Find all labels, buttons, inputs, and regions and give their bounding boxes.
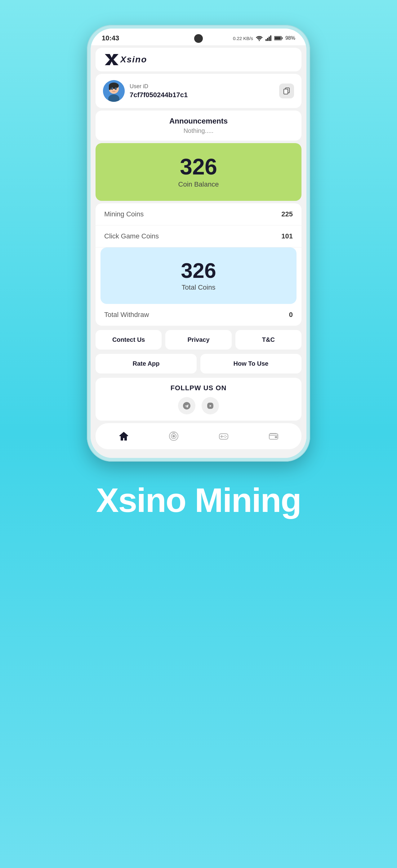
svg-rect-19 [284, 89, 288, 94]
status-bar: 10:43 0.22 KB/s [91, 29, 306, 45]
telegram-icon [183, 401, 191, 410]
status-right: 0.22 KB/s [233, 35, 295, 41]
coin-balance-label: Coin Balance [103, 180, 294, 188]
total-coins-amount: 326 [108, 260, 289, 281]
app-header: Xsino [96, 48, 301, 71]
svg-point-26 [225, 435, 226, 436]
brand-name: Xsino Mining [96, 480, 301, 520]
svg-point-22 [172, 435, 175, 437]
svg-point-27 [226, 436, 227, 437]
game-icon [218, 431, 229, 442]
tnc-button[interactable]: T&C [235, 330, 301, 349]
svg-rect-13 [109, 86, 111, 90]
click-game-coins-row: Click Game Coins 101 [96, 225, 301, 247]
mining-coins-label: Mining Coins [104, 210, 143, 218]
signal-icon [265, 35, 272, 41]
user-info: User iD 7cf7f050244b17c1 [130, 83, 188, 99]
user-card: User iD 7cf7f050244b17c1 [96, 74, 301, 108]
battery-percent: 98% [285, 35, 295, 41]
contact-us-button[interactable]: Contect Us [96, 330, 162, 349]
battery-icon [274, 36, 283, 41]
buttons-row-2: Rate App How To Use [96, 354, 301, 373]
svg-point-29 [223, 436, 224, 437]
nav-mining[interactable] [161, 428, 187, 444]
total-withdraw-value: 0 [289, 311, 293, 319]
copy-icon [283, 87, 290, 95]
follow-section: FOLLPW US ON [96, 378, 301, 421]
mining-coins-row: Mining Coins 225 [96, 203, 301, 225]
total-coins-label: Total Coins [108, 283, 289, 291]
click-game-label: Click Game Coins [104, 232, 159, 240]
app-content: Xsino [91, 48, 306, 458]
nav-game[interactable] [210, 428, 237, 444]
copy-id-button[interactable] [279, 84, 294, 98]
coin-balance-card: 326 Coin Balance [96, 143, 301, 201]
network-speed: 0.22 KB/s [233, 36, 253, 41]
svg-rect-31 [275, 436, 277, 438]
total-withdraw-label: Total Withdraw [104, 311, 149, 319]
svg-point-16 [112, 88, 112, 89]
stats-card: Mining Coins 225 Click Game Coins 101 32… [96, 203, 301, 326]
nav-wallet[interactable] [261, 428, 287, 444]
phone-device: 10:43 0.22 KB/s [87, 25, 310, 462]
svg-rect-7 [282, 37, 283, 39]
svg-point-14 [111, 87, 113, 90]
avatar-image [103, 80, 125, 102]
follow-title: FOLLPW US ON [103, 384, 294, 392]
svg-rect-2 [267, 38, 268, 41]
total-coins-card: 326 Total Coins [100, 247, 297, 304]
mining-coins-value: 225 [281, 210, 293, 218]
nav-home[interactable] [111, 428, 137, 444]
wallet-icon [268, 431, 279, 442]
mining-icon [168, 431, 179, 442]
svg-point-17 [116, 88, 116, 89]
logo: Xsino [105, 54, 147, 65]
wifi-icon [256, 35, 263, 41]
how-to-use-button[interactable]: How To Use [200, 354, 301, 373]
home-icon [118, 431, 129, 442]
follow-icons [103, 397, 294, 414]
svg-point-28 [225, 437, 226, 438]
svg-rect-4 [270, 35, 271, 41]
user-id-value: 7cf7f050244b17c1 [130, 91, 188, 99]
camera-dot [194, 34, 203, 43]
announcements-message: Nothing..... [103, 127, 294, 134]
svg-rect-3 [269, 37, 270, 41]
announcements-title: Announcements [103, 117, 294, 125]
user-left: User iD 7cf7f050244b17c1 [103, 80, 188, 102]
click-game-value: 101 [281, 232, 293, 240]
bottom-nav [96, 423, 301, 449]
svg-rect-6 [274, 37, 281, 40]
svg-point-0 [259, 40, 260, 41]
svg-marker-8 [105, 54, 119, 65]
total-withdraw-row: Total Withdraw 0 [96, 304, 301, 326]
logo-x-icon [105, 54, 119, 65]
status-time: 10:43 [102, 34, 119, 42]
user-id-label: User iD [130, 83, 188, 90]
privacy-button[interactable]: Privacy [165, 330, 231, 349]
announcements-card: Announcements Nothing..... [96, 111, 301, 141]
coin-balance-amount: 326 [103, 156, 294, 178]
svg-point-15 [115, 87, 117, 90]
youtube-icon [206, 401, 214, 410]
buttons-row-1: Contect Us Privacy T&C [96, 330, 301, 349]
logo-text: Xsino [120, 55, 147, 65]
social-icon-1[interactable] [178, 397, 195, 414]
rate-app-button[interactable]: Rate App [96, 354, 197, 373]
svg-rect-1 [265, 39, 267, 41]
avatar [103, 80, 125, 102]
phone-screen: 10:43 0.22 KB/s [91, 29, 306, 458]
social-icon-2[interactable] [202, 397, 219, 414]
